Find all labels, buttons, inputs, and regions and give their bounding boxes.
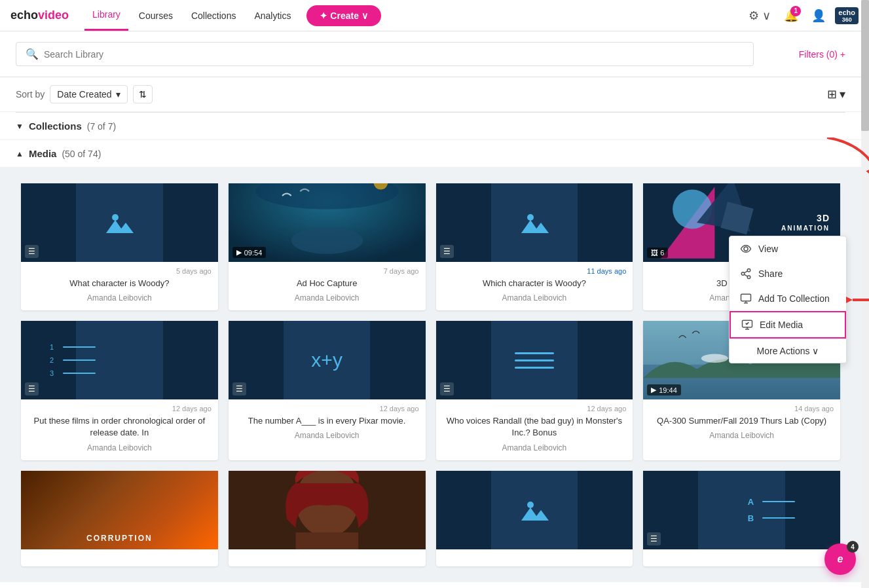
- search-input-wrap[interactable]: 🔍: [16, 42, 754, 66]
- sort-bar: Sort by Date Created ▾ ⇅ ⊞ ▾: [0, 77, 861, 112]
- media-date: 5 days ago: [28, 267, 212, 275]
- media-info: 14 days ago QA-300 Summer/Fall 2019 Thur…: [643, 399, 840, 448]
- scroll-thumb[interactable]: [861, 0, 869, 131]
- media-thumbnail: ☰: [436, 183, 633, 262]
- media-thumbnail: ☰: [21, 183, 218, 262]
- media-card[interactable]: 1 2 3 ☰ 12 days ago Put these films: [21, 321, 218, 460]
- nav-courses[interactable]: Courses: [131, 1, 181, 30]
- media-thumbnail: x+y ☰: [229, 321, 426, 399]
- duration-badge: ▶09:54: [232, 247, 267, 258]
- main-content: 🔍 Filters (0) + Sort by Date Created ▾ ⇅…: [0, 31, 861, 588]
- search-icon: 🔍: [26, 48, 39, 60]
- svg-line-15: [744, 274, 747, 276]
- search-bar: 🔍 Filters (0) +: [0, 31, 861, 77]
- media-author: Amanda Leibovich: [650, 431, 834, 440]
- card-type-icon: ☰: [647, 532, 661, 545]
- media-info: 12 days ago The number A___ is in every …: [229, 399, 426, 448]
- arrow-left-indicator: [846, 290, 869, 310]
- sort-select[interactable]: Date Created ▾: [50, 85, 127, 103]
- nav-analytics[interactable]: Analytics: [246, 1, 299, 30]
- media-thumbnail: 1 2 3 ☰: [21, 321, 218, 399]
- collections-chevron-icon[interactable]: ▼: [16, 122, 24, 131]
- add-collection-icon: [740, 293, 752, 304]
- media-date: 12 days ago: [28, 405, 212, 413]
- media-card[interactable]: ☰ 11 days ago Which character is Woody? …: [436, 183, 633, 310]
- card-type-icon: ☰: [232, 382, 246, 395]
- echo-fab[interactable]: e 4: [824, 543, 856, 575]
- media-card[interactable]: CORRUPTION: [21, 471, 218, 566]
- media-card[interactable]: x+y ☰ 12 days ago The number A___ is in …: [229, 321, 426, 460]
- media-info: [229, 549, 426, 566]
- media-section-header: ▲ Media (50 of 74): [0, 140, 861, 168]
- view-icon: [740, 243, 752, 255]
- media-info: 5 days ago What character is Woody? Aman…: [21, 262, 218, 310]
- logo-video: video: [38, 9, 69, 22]
- media-info: 12 days ago Who voices Randall (the bad …: [436, 399, 633, 460]
- media-card[interactable]: ☰ 5 days ago What character is Woody? Am…: [21, 183, 218, 310]
- svg-line-16: [744, 271, 747, 273]
- notifications-button[interactable]: 🔔 1: [780, 5, 802, 27]
- create-button[interactable]: ✦ Create ∨: [306, 5, 380, 26]
- svg-rect-17: [741, 294, 751, 301]
- media-thumbnail: CORRUPTION: [21, 471, 218, 549]
- media-count-badge: 🖼6: [647, 248, 668, 258]
- nav-library[interactable]: Library: [84, 0, 128, 31]
- media-thumbnail: ☰: [436, 321, 633, 399]
- media-author: Amanda Leibovich: [28, 443, 212, 452]
- grid-view-icon: ⊞: [827, 87, 837, 101]
- settings-button[interactable]: ⚙ ∨: [745, 5, 775, 27]
- context-add-collection[interactable]: Add To Collection: [730, 286, 846, 311]
- profile-button[interactable]: 👤: [807, 5, 830, 27]
- media-card[interactable]: ▶09:54 7 days ago Ad Hoc Capture Amanda …: [229, 183, 426, 310]
- collections-section-header: ▼ Collections (7 of 7): [0, 113, 861, 140]
- media-title: Ad Hoc Capture: [235, 278, 419, 289]
- echo360-button[interactable]: echo360: [835, 7, 859, 24]
- svg-point-22: [701, 354, 728, 363]
- context-view[interactable]: View: [730, 236, 846, 261]
- media-date: 11 days ago: [443, 267, 627, 275]
- context-more-actions[interactable]: More Actions ∨: [730, 339, 846, 363]
- svg-point-0: [112, 214, 119, 221]
- filters-button[interactable]: Filters (0) +: [799, 49, 845, 60]
- svg-point-5: [527, 214, 534, 221]
- media-card-4th[interactable]: 3D ANIMATION 🖼6 ••• 11 days ago 3D Anima…: [643, 183, 840, 310]
- media-info: [643, 549, 840, 566]
- media-author: Amanda Leibovich: [235, 293, 419, 303]
- media-thumbnail: A B ☰: [643, 471, 840, 549]
- media-card[interactable]: ☰ 12 days ago Who voices Randall (the ba…: [436, 321, 633, 460]
- echo-fab-badge: 4: [847, 541, 859, 553]
- media-title: Who voices Randall (the bad guy) in Mons…: [443, 415, 627, 439]
- svg-point-12: [747, 269, 750, 272]
- media-thumbnail: [436, 471, 633, 549]
- arrow-down-indicator: [821, 138, 869, 190]
- sort-order-button[interactable]: ⇅: [133, 85, 153, 103]
- sort-value: Date Created: [57, 89, 111, 100]
- search-input[interactable]: [44, 49, 744, 60]
- nav-collections[interactable]: Collections: [183, 1, 244, 30]
- share-icon: [740, 268, 752, 280]
- media-card[interactable]: [229, 471, 426, 566]
- navbar: echovideo Library Courses Collections An…: [0, 0, 869, 31]
- echo-fab-label: e: [838, 553, 843, 565]
- media-date: 12 days ago: [443, 405, 627, 413]
- media-card[interactable]: [436, 471, 633, 566]
- sort-left: Sort by Date Created ▾ ⇅: [16, 85, 153, 103]
- context-edit-media[interactable]: Edit Media: [730, 311, 846, 339]
- media-grid: ☰ 5 days ago What character is Woody? Am…: [0, 168, 861, 582]
- media-info: [436, 549, 633, 566]
- context-share[interactable]: Share: [730, 261, 846, 286]
- view-toggle[interactable]: ⊞ ▾: [827, 87, 845, 101]
- logo[interactable]: echovideo: [10, 9, 69, 22]
- media-chevron-icon[interactable]: ▲: [16, 149, 24, 158]
- svg-point-11: [744, 247, 748, 251]
- media-thumbnail: ▶09:54: [229, 183, 426, 262]
- svg-point-26: [527, 502, 534, 508]
- media-info: [21, 549, 218, 566]
- media-card[interactable]: A B ☰: [643, 471, 840, 566]
- card-type-icon: ☰: [25, 382, 39, 395]
- collections-label: Collections: [29, 120, 82, 132]
- collections-count: (7 of 7): [87, 121, 116, 132]
- nav-right: ⚙ ∨ 🔔 1 👤 echo360: [745, 5, 859, 27]
- media-info: 12 days ago Put these films in order chr…: [21, 399, 218, 460]
- media-author: Amanda Leibovich: [235, 431, 419, 440]
